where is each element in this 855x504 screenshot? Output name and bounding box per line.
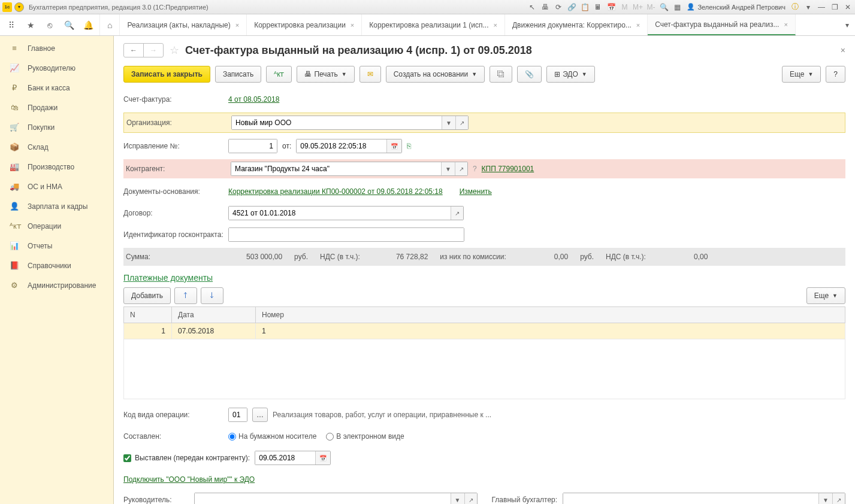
dropdown-icon[interactable]: ▼ (818, 493, 832, 504)
calendar-icon[interactable]: 📅 (386, 139, 401, 153)
calendar-icon[interactable]: 📅 (606, 2, 616, 12)
calendar-icon[interactable]: 📅 (315, 451, 330, 464)
open-icon[interactable]: ↗ (455, 162, 467, 175)
col-date[interactable]: Дата (172, 307, 256, 323)
radio-electronic[interactable]: В электронном виде (326, 432, 404, 441)
down-button[interactable]: 🡓 (201, 287, 223, 304)
grid-icon[interactable]: ▦ (672, 2, 682, 12)
issued-checkbox[interactable]: Выставлен (передан контрагенту): (123, 454, 250, 462)
history-icon[interactable]: ⎋ (44, 20, 55, 30)
kpp-link[interactable]: КПП 779901001 (482, 165, 534, 173)
up-button[interactable]: 🡑 (174, 287, 197, 304)
connect-edo-link[interactable]: Подключить "ООО "Новый мир"" к ЭДО (123, 475, 255, 484)
open-icon[interactable]: ↗ (832, 493, 845, 504)
home-icon[interactable]: ⌂ (107, 20, 112, 30)
basis-link[interactable]: Корректировка реализации КП00-000002 от … (228, 187, 443, 196)
clipboard-icon[interactable]: 📋 (580, 2, 590, 12)
m-plus-icon[interactable]: M+ (633, 2, 642, 12)
org-input[interactable] (232, 116, 442, 129)
close-icon[interactable]: × (235, 22, 239, 29)
payments-title[interactable]: Платежные документы (123, 273, 845, 283)
more-button[interactable]: Еще▼ (782, 66, 821, 83)
close-icon[interactable]: × (494, 22, 497, 29)
close-icon[interactable]: × (784, 21, 787, 28)
gos-input[interactable] (229, 228, 464, 241)
favorite-star-icon[interactable]: ☆ (170, 44, 179, 57)
tab-menu-icon[interactable]: ▾ (839, 14, 855, 35)
info-dropdown-icon[interactable]: ▾ (803, 2, 813, 12)
sidebar-item-operations[interactable]: ᴬкᴛОперации (0, 216, 113, 236)
sidebar-item-sales[interactable]: 🛍Продажи (0, 98, 113, 117)
app-menu-dropdown[interactable]: ▾ (14, 2, 24, 12)
create-based-button[interactable]: Создать на основании▼ (386, 66, 485, 83)
sidebar-item-production[interactable]: 🏭Производство (0, 157, 113, 177)
sidebar-item-bank[interactable]: ₽Банк и касса (0, 78, 113, 98)
table-row[interactable]: 1 07.05.2018 1 (124, 323, 845, 339)
save-button[interactable]: Записать (215, 66, 261, 83)
accountant-input[interactable] (563, 493, 819, 504)
search-icon[interactable]: 🔍 (64, 20, 74, 30)
open-icon[interactable]: ↗ (451, 207, 463, 220)
dropdown-icon[interactable]: ▼ (442, 116, 455, 129)
tab-schet-faktura[interactable]: Счет-фактура выданный на реализ...× (648, 14, 796, 35)
open-icon[interactable]: ↗ (464, 493, 477, 504)
forward-button[interactable]: → (144, 44, 163, 57)
sidebar-item-main[interactable]: ≡Главное (0, 38, 113, 58)
info-icon[interactable]: ⓘ (790, 2, 800, 12)
akt-button[interactable]: ᴬкᴛ (266, 66, 292, 83)
code-select-button[interactable]: … (252, 408, 268, 422)
tab-realizatsiya[interactable]: Реализация (акты, накладные)× (120, 14, 247, 35)
open-icon[interactable]: ↗ (455, 116, 468, 129)
sidebar-item-catalogs[interactable]: 📕Справочники (0, 256, 113, 275)
dropdown-icon[interactable]: ▼ (451, 493, 464, 504)
col-n[interactable]: N (124, 307, 172, 323)
sf-link[interactable]: 4 от 08.05.2018 (228, 95, 279, 104)
star-icon[interactable]: ★ (25, 20, 36, 30)
help-button[interactable]: ? (826, 66, 845, 83)
sidebar-item-admin[interactable]: ⚙Администрирование (0, 275, 113, 295)
issued-date-input[interactable] (255, 451, 315, 464)
back-button[interactable]: ← (124, 44, 144, 57)
sidebar-item-salary[interactable]: 👤Зарплата и кадры (0, 196, 113, 216)
calculator-icon[interactable]: 🖩 (593, 2, 603, 12)
close-page-icon[interactable]: × (841, 45, 845, 55)
m-icon[interactable]: M (620, 2, 629, 12)
sidebar-item-purchases[interactable]: 🛒Покупки (0, 117, 113, 137)
maximize-icon[interactable]: ❐ (830, 2, 839, 12)
attach-button[interactable]: 📎 (517, 66, 542, 83)
sidebar-item-manager[interactable]: 📈Руководителю (0, 58, 113, 78)
table-more-button[interactable]: Еще▼ (806, 287, 845, 304)
add-button[interactable]: Добавить (123, 287, 171, 304)
user-label[interactable]: 👤 Зеленский Андрей Петрович (687, 3, 785, 11)
corr-date-input[interactable] (297, 139, 386, 153)
print-icon[interactable]: 🖶 (540, 2, 550, 12)
sidebar-item-os[interactable]: 🚚ОС и НМА (0, 177, 113, 196)
minimize-icon[interactable]: — (817, 2, 826, 12)
tab-korrektirovka[interactable]: Корректировка реализации× (247, 14, 362, 35)
save-close-button[interactable]: Записать и закрыть (123, 66, 210, 83)
m-minus-icon[interactable]: M- (646, 2, 655, 12)
dropdown-icon[interactable]: ▼ (441, 162, 455, 175)
help-contr-icon[interactable]: ? (473, 165, 477, 173)
apps-icon[interactable]: ⠿ (6, 20, 17, 30)
col-num[interactable]: Номер (256, 307, 845, 323)
code-input[interactable] (229, 408, 247, 421)
mail-button[interactable]: ✉ (359, 66, 381, 83)
sidebar-item-warehouse[interactable]: 📦Склад (0, 137, 113, 157)
radio-paper[interactable]: На бумажном носителе (228, 432, 316, 441)
sidebar-item-reports[interactable]: 📊Отчеты (0, 236, 113, 256)
close-icon[interactable]: × (351, 22, 354, 29)
close-window-icon[interactable]: ✕ (843, 2, 853, 12)
tab-korrektirovka-1[interactable]: Корректировка реализации 1 (исп...× (362, 14, 505, 35)
bell-icon[interactable]: 🔔 (83, 20, 93, 30)
contract-input[interactable] (229, 207, 451, 220)
close-icon[interactable]: × (636, 22, 640, 29)
director-input[interactable] (195, 493, 451, 504)
structure-button[interactable]: ⿻ (490, 66, 512, 83)
edo-button[interactable]: ⊞ЭДО▼ (546, 66, 595, 83)
corr-num-input[interactable] (229, 139, 277, 153)
print-button[interactable]: 🖶Печать▼ (297, 66, 354, 83)
link-icon[interactable]: 🔗 (567, 2, 576, 12)
reg-icon[interactable]: ⎘ (407, 142, 411, 150)
zoom-icon[interactable]: 🔍 (659, 2, 669, 12)
